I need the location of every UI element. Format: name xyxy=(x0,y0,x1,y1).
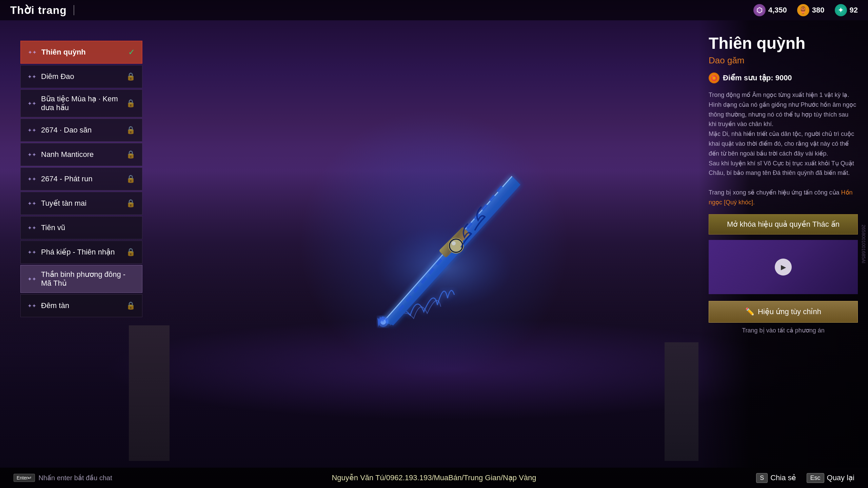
item-icon-5: ✦✦ xyxy=(27,176,36,182)
item-icon-0: ✦✦ xyxy=(28,49,37,56)
bottom-center-text: Nguyễn Văn Tú/0962.193.193/MuaBán/Trung … xyxy=(332,473,536,482)
effect-label: Hiệu ứng tùy chỉnh xyxy=(758,307,821,316)
equip-text: Trang bị vào tất cả phương án xyxy=(709,327,858,334)
sidebar-item-nanh-manticore[interactable]: ✦✦ Nanh Manticore 🔒 xyxy=(20,143,142,166)
currency-bar: ⬡ 4,350 🏺 380 ✦ 92 xyxy=(753,4,858,16)
highlight-text: Hồn ngọc [Quý khóc]. xyxy=(709,189,853,206)
back-key: Esc xyxy=(807,473,824,483)
item-icon-8: ✦✦ xyxy=(27,249,36,256)
lock-icon-3: 🔒 xyxy=(126,126,135,135)
sidebar-item-bua-tiec[interactable]: ✦✦ Bữa tiệc Mùa hạ · Kem dưa hấu 🔒 xyxy=(20,89,142,117)
sidebar-item-label-8: Phá kiếp - Thiên nhận xyxy=(41,248,126,257)
sidebar: ✦✦ Thiên quỳnh ✓ ✦✦ Diêm Đao 🔒 ✦✦ Bữa ti… xyxy=(20,41,142,319)
side-indicator: 2658001001685AI xyxy=(859,221,868,267)
lock-icon-2: 🔒 xyxy=(126,99,135,108)
share-key: S xyxy=(756,473,768,483)
check-icon-0: ✓ xyxy=(128,47,135,57)
spirit-currency: ⬡ 4,350 xyxy=(753,4,787,16)
item-icon-10: ✦✦ xyxy=(27,303,36,309)
sidebar-item-dem-tan[interactable]: ✦✦ Đêm tàn 🔒 xyxy=(20,294,142,317)
pillar-right xyxy=(665,342,698,461)
sidebar-item-2674-dao-san[interactable]: ✦✦ 2674 · Dao săn 🔒 xyxy=(20,119,142,142)
sidebar-item-label-2: Bữa tiệc Mùa hạ · Kem dưa hấu xyxy=(41,95,126,112)
back-action[interactable]: Esc Quay lại xyxy=(807,473,855,483)
unlock-button[interactable]: Mở khóa hiệu quả quyền Thác ấn xyxy=(709,214,858,235)
effect-icon: ✏️ xyxy=(745,307,754,316)
sidebar-item-label-6: Tuyết tàn mai xyxy=(41,199,126,208)
gold-currency-value: 380 xyxy=(812,6,825,15)
gold-currency: 🏺 380 xyxy=(797,4,825,16)
item-icon-4: ✦✦ xyxy=(27,151,36,158)
gem-currency-value: 92 xyxy=(850,6,858,15)
share-action[interactable]: S Chia sẻ xyxy=(756,473,796,483)
lock-icon-5: 🔒 xyxy=(126,175,135,183)
video-preview[interactable]: ▶ xyxy=(709,240,858,294)
sidebar-item-label-4: Nanh Manticore xyxy=(41,150,126,159)
lock-icon-1: 🔒 xyxy=(126,72,135,81)
spirit-currency-icon: ⬡ xyxy=(753,4,766,16)
weapon-glow xyxy=(298,108,570,380)
sidebar-item-diem-dao[interactable]: ✦✦ Diêm Đao 🔒 xyxy=(20,65,142,88)
gold-currency-icon: 🏺 xyxy=(797,4,809,16)
pillar-left xyxy=(129,325,170,461)
sidebar-item-pha-kiep[interactable]: ✦✦ Phá kiếp - Thiên nhận 🔒 xyxy=(20,241,142,264)
header-divider xyxy=(74,5,74,15)
item-icon-1: ✦✦ xyxy=(27,74,36,80)
back-label: Quay lại xyxy=(827,473,854,482)
item-description: Trong động mổ Âm ngọc từng xuất hiện 1 v… xyxy=(709,90,858,207)
lock-icon-10: 🔒 xyxy=(126,301,135,310)
sidebar-item-label-5: 2674 - Phát run xyxy=(41,175,126,183)
sidebar-item-tien-vu[interactable]: ✦✦ Tiên vũ xyxy=(20,216,142,239)
sidebar-item-label-7: Tiên vũ xyxy=(41,223,135,232)
gem-currency-icon: ✦ xyxy=(835,4,847,16)
points-icon: ⭕ xyxy=(709,73,719,83)
enter-hint: Enter↵ Nhấn enter bắt đầu chat xyxy=(14,474,112,482)
side-indicator-text: 2658001001685AI xyxy=(861,225,866,263)
bottom-actions: S Chia sẻ Esc Quay lại xyxy=(756,473,854,483)
weapon-display xyxy=(315,125,553,363)
sidebar-item-label-0: Thiên quỳnh xyxy=(41,48,128,57)
sidebar-item-tuyet-tan-mai[interactable]: ✦✦ Tuyết tàn mai 🔒 xyxy=(20,192,142,215)
bottom-bar: Enter↵ Nhấn enter bắt đầu chat Nguyễn Vă… xyxy=(0,468,868,488)
page-title: Thời trang xyxy=(10,4,67,17)
item-icon-2: ✦✦ xyxy=(27,100,36,107)
sidebar-item-label-10: Đêm tàn xyxy=(41,301,126,310)
sidebar-item-thien-quynh[interactable]: ✦✦ Thiên quỳnh ✓ xyxy=(20,41,142,64)
item-icon-9: ✦✦ xyxy=(27,276,36,282)
detail-panel: Thiên quỳnh Dao găm ⭕ Điểm sưu tập: 9000… xyxy=(698,20,868,468)
item-icon-6: ✦✦ xyxy=(27,200,36,207)
detail-title: Thiên quỳnh xyxy=(709,34,858,53)
enter-key-icon: Enter↵ xyxy=(14,474,35,482)
video-preview-inner: ▶ xyxy=(709,240,858,294)
item-points-row: ⭕ Điểm sưu tập: 9000 xyxy=(709,73,858,83)
gem-currency: ✦ 92 xyxy=(835,4,858,16)
lock-icon-4: 🔒 xyxy=(126,150,135,159)
sidebar-item-label-3: 2674 · Dao săn xyxy=(41,126,126,135)
item-icon-7: ✦✦ xyxy=(27,225,36,231)
share-label: Chia sẻ xyxy=(770,473,796,482)
sidebar-item-than-binh[interactable]: ✦✦ Thần binh phương đông - Mã Thủ xyxy=(20,265,142,293)
lock-icon-6: 🔒 xyxy=(126,199,135,208)
sidebar-item-2674-phat-run[interactable]: ✦✦ 2674 - Phát run 🔒 xyxy=(20,167,142,190)
lock-icon-8: 🔒 xyxy=(126,248,135,257)
effect-button[interactable]: ✏️ Hiệu ứng tùy chỉnh xyxy=(709,301,858,323)
header: Thời trang ⬡ 4,350 🏺 380 ✦ 92 xyxy=(0,0,868,20)
sidebar-item-label-1: Diêm Đao xyxy=(41,72,126,81)
play-button[interactable]: ▶ xyxy=(775,259,792,276)
sidebar-item-label-9: Thần binh phương đông - Mã Thủ xyxy=(41,270,135,288)
enter-hint-text: Nhấn enter bắt đầu chat xyxy=(38,474,112,482)
spirit-currency-value: 4,350 xyxy=(768,6,787,15)
points-label: Điểm sưu tập: 9000 xyxy=(723,74,792,82)
detail-subtitle: Dao găm xyxy=(709,55,858,66)
item-icon-3: ✦✦ xyxy=(27,127,36,134)
